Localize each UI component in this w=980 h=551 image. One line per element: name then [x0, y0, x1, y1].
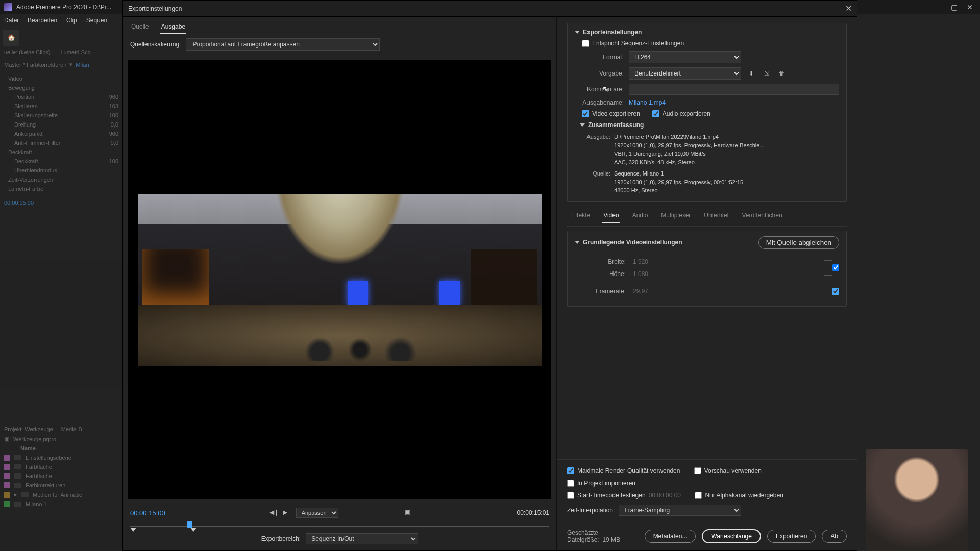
adjustment-layer-icon [14, 455, 21, 460]
label-color[interactable] [4, 482, 10, 488]
list-item[interactable]: Farbfläche [26, 473, 52, 479]
effect-motion[interactable]: Bewegung [4, 83, 118, 92]
import-preset-icon[interactable]: ⇲ [762, 69, 772, 78]
match-source-button[interactable]: Mit Quelle abgleichen [758, 236, 839, 249]
tab-audio[interactable]: Audio [631, 209, 649, 223]
effect-time-remap[interactable]: Zeit-Verzerrungen [4, 175, 118, 184]
menu-edit[interactable]: Bearbeiten [28, 17, 57, 24]
prop-opacity[interactable]: Deckkraft [14, 158, 38, 164]
out-point-icon[interactable] [190, 528, 197, 532]
start-timecode-label: Start-Timecode festlegen [577, 492, 646, 499]
export-audio-checkbox[interactable] [652, 110, 659, 117]
sequence-link[interactable]: Milan [76, 62, 89, 68]
save-preset-icon[interactable]: ⬇ [746, 69, 756, 78]
project-panel-tab[interactable]: Projekt: Werkzeuge [4, 426, 53, 432]
close-icon[interactable]: ✕ [845, 4, 852, 13]
max-render-quality-checkbox[interactable] [567, 467, 574, 474]
source-panel-tab[interactable]: uelle: (keine Clips) [4, 49, 50, 55]
close-icon[interactable]: ✕ [967, 3, 973, 11]
output-name-label: Ausgabename: [575, 99, 624, 106]
alpha-only-checkbox[interactable] [695, 492, 702, 499]
prop-scale[interactable]: Skalieren [14, 103, 38, 109]
scaling-select[interactable]: Proportional auf Framegröße anpassen [186, 38, 380, 51]
export-video-checkbox[interactable] [582, 110, 589, 117]
prop-blend[interactable]: Überblendmodus [14, 167, 57, 173]
list-item[interactable]: Medien für Animatic [33, 492, 82, 498]
label-color[interactable] [4, 501, 10, 507]
prop-rotation[interactable]: Drehung [14, 121, 36, 128]
playhead-icon[interactable] [187, 521, 192, 528]
tab-multiplexer[interactable]: Multiplexer [660, 209, 692, 223]
fit-select[interactable]: Anpassen [296, 508, 338, 518]
minimize-icon[interactable]: — [935, 3, 942, 11]
tab-effects[interactable]: Effekte [570, 209, 591, 223]
metadata-button[interactable]: Metadaten... [645, 530, 696, 543]
summary-source-text: Sequence, Milano 1 980x551 (1,0), 29,9… [614, 169, 808, 195]
chevron-down-icon[interactable] [575, 31, 580, 34]
list-item[interactable]: Farbfläche [26, 464, 52, 470]
output-name-link[interactable]: Milano 1.mp4 [629, 99, 666, 106]
media-browser-tab[interactable]: Media-B [61, 426, 82, 432]
lumetri-scopes-tab[interactable]: Lumetri-Sco [60, 49, 90, 55]
import-project-checkbox[interactable] [567, 480, 574, 487]
delete-preset-icon[interactable]: 🗑 [777, 69, 787, 78]
label-color[interactable] [4, 492, 10, 498]
label-color[interactable] [4, 464, 10, 470]
menu-clip[interactable]: Clip [66, 17, 77, 24]
width-value[interactable]: 1 920 [633, 258, 648, 265]
menu-sequence[interactable]: Sequen [86, 17, 107, 24]
list-item[interactable]: Einstellungsebene [26, 455, 71, 461]
prop-antiflicker[interactable]: Anti-Flimmer-Filter [14, 140, 60, 146]
list-item[interactable]: Farbkorrekturen [26, 482, 65, 488]
current-timecode[interactable]: 00:00:15:00 [130, 509, 165, 517]
summary-output-label: Ausgabe: [582, 133, 610, 141]
framerate-match-checkbox[interactable] [832, 288, 839, 295]
use-previews-label: Vorschau verwenden [704, 467, 762, 474]
format-select[interactable]: H.264 [629, 51, 741, 63]
import-project-label: In Projekt importieren [577, 480, 635, 487]
tab-captions[interactable]: Untertitel [703, 209, 729, 223]
home-icon[interactable]: 🏠 [3, 30, 19, 46]
range-select[interactable]: Sequenz In/Out [306, 533, 418, 544]
prop-position[interactable]: Position [14, 94, 34, 100]
in-point-icon[interactable] [130, 528, 136, 532]
start-timecode-checkbox[interactable] [567, 492, 574, 499]
chevron-down-icon[interactable]: ▾ [69, 61, 72, 68]
comments-input[interactable] [629, 84, 839, 95]
tab-video[interactable]: Video [602, 209, 620, 223]
preset-select[interactable]: Benutzerdefiniert [629, 67, 741, 80]
tab-source[interactable]: Quelle [130, 21, 150, 34]
master-clip-label: Master * Farbkorrekturen [4, 62, 66, 68]
matte-icon [14, 464, 21, 469]
label-color[interactable] [4, 473, 10, 479]
link-dimensions-icon[interactable] [824, 260, 832, 276]
prop-scale-width[interactable]: Skalierungsbreite [14, 112, 58, 118]
menu-file[interactable]: Datei [4, 17, 18, 24]
chevron-down-icon[interactable] [580, 123, 585, 127]
prop-anchor[interactable]: Ankerpunkt [14, 131, 43, 137]
preview-scrubber[interactable] [130, 521, 549, 530]
label-color[interactable] [4, 455, 10, 461]
list-item[interactable]: Milano 1 [26, 501, 47, 507]
chevron-right-icon[interactable]: ▸ [14, 491, 17, 498]
col-name[interactable]: Name [0, 444, 122, 453]
chevron-down-icon[interactable] [575, 241, 580, 244]
cancel-button[interactable]: Ab [822, 530, 847, 543]
effect-opacity[interactable]: Deckkraft [4, 147, 118, 157]
tab-output[interactable]: Ausgabe [160, 21, 186, 34]
height-value[interactable]: 1 080 [633, 270, 648, 278]
time-interp-select[interactable]: Frame-Sampling [619, 505, 741, 516]
use-previews-checkbox[interactable] [694, 467, 701, 474]
preset-label: Vorgabe: [575, 70, 624, 77]
export-button[interactable]: Exportieren [767, 530, 816, 543]
effect-lumetri[interactable]: Lumetri-Farbe [4, 184, 118, 193]
dimensions-match-checkbox[interactable] [832, 264, 839, 271]
queue-button[interactable]: Warteschlange [702, 529, 761, 543]
aspect-icon[interactable]: ▣ [405, 509, 413, 517]
play-icon[interactable]: ▶ [283, 509, 291, 517]
match-sequence-checkbox[interactable] [582, 40, 589, 47]
step-back-icon[interactable]: ◀❙ [270, 509, 278, 517]
maximize-icon[interactable]: ▢ [951, 3, 958, 11]
tab-publish[interactable]: Veröffentlichen [741, 209, 783, 223]
framerate-value[interactable]: 29,97 [633, 288, 648, 295]
